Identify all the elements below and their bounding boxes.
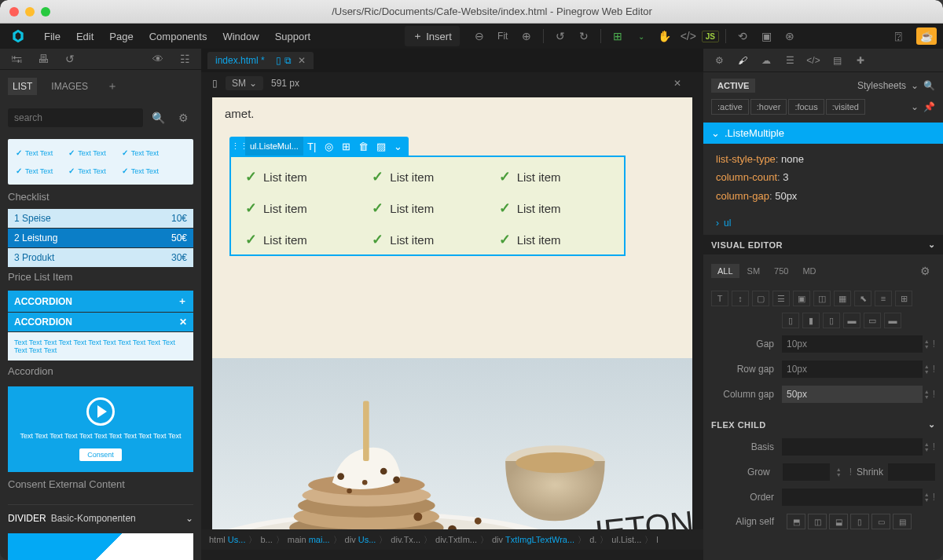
globe-icon[interactable]: ⊛ bbox=[780, 26, 800, 46]
warn-icon[interactable]: ! bbox=[933, 339, 935, 350]
accordion-thumbnail[interactable]: ACCORDION＋ ACCORDION✕ Text Text Text Tex… bbox=[8, 291, 193, 361]
a2-icon[interactable]: ▮ bbox=[802, 313, 820, 328]
state-focus[interactable]: :focus bbox=[788, 99, 824, 115]
text-edit-icon[interactable]: T| bbox=[303, 137, 321, 156]
bc-item[interactable]: div TxtImgLTextWra... bbox=[492, 535, 574, 544]
a1-icon[interactable]: ▯ bbox=[782, 313, 799, 328]
layout-tab-icon[interactable]: ▤ bbox=[829, 55, 845, 66]
align-start-icon[interactable]: ⬒ bbox=[787, 514, 805, 529]
cloud-tab-icon[interactable]: ☁ bbox=[758, 55, 774, 66]
panel-icon[interactable]: ☷ bbox=[174, 49, 195, 69]
print-icon[interactable]: 🖶 bbox=[33, 49, 53, 69]
list-item[interactable]: ✓List item bbox=[372, 168, 483, 185]
bg-icon[interactable]: ▦ bbox=[834, 291, 851, 306]
rowgap-input[interactable] bbox=[782, 361, 923, 378]
state-visited[interactable]: :visited bbox=[826, 99, 865, 115]
list-item[interactable]: ✓List item bbox=[372, 199, 483, 217]
menu-file[interactable]: File bbox=[38, 27, 67, 46]
close-canvas-icon[interactable]: ✕ bbox=[673, 78, 681, 89]
breakpoint-selector[interactable]: SM ⌄ bbox=[226, 76, 263, 90]
more-chevron-icon[interactable]: ⌄ bbox=[390, 137, 407, 156]
a3-icon[interactable]: ▯ bbox=[823, 313, 840, 328]
grid-chevron-icon[interactable]: ⌄ bbox=[631, 26, 651, 46]
maximize-window[interactable] bbox=[41, 7, 50, 16]
stylesheets-dropdown[interactable]: Stylesheets⌄ 🔍 bbox=[857, 80, 935, 91]
minimize-window[interactable] bbox=[25, 7, 35, 16]
chevron-down-icon[interactable]: ⌄ bbox=[911, 101, 919, 112]
canvas-frame[interactable]: amet. ⋮⋮ ul.ListeMul... T| ◎ ⊞ 🗑 ▨ ⌄ ✓Li… bbox=[212, 97, 692, 529]
grid-edit-icon[interactable]: ⊞ bbox=[338, 137, 355, 156]
bc-item[interactable]: div.TxtIm... bbox=[435, 535, 477, 544]
bp-750[interactable]: 750 bbox=[768, 264, 794, 278]
collapse-icon[interactable]: ⌄ bbox=[928, 240, 936, 250]
bc-item[interactable]: d. bbox=[589, 535, 596, 544]
list-item[interactable]: ✓List item bbox=[499, 231, 610, 248]
align-end-icon[interactable]: ⬓ bbox=[829, 514, 848, 529]
brush-tab-icon[interactable]: 🖌 bbox=[735, 55, 750, 66]
menu-page[interactable]: Page bbox=[103, 27, 139, 46]
position-icon[interactable]: ⬉ bbox=[854, 291, 871, 306]
options-icon[interactable]: ⚙ bbox=[915, 261, 935, 281]
refresh-icon[interactable]: ⟲ bbox=[732, 26, 753, 46]
divider-header[interactable]: DIVIDER Basic-Komponenten ⌄ bbox=[8, 504, 193, 530]
basis-input[interactable] bbox=[782, 438, 923, 456]
bp-sm[interactable]: SM bbox=[741, 264, 767, 278]
state-hover[interactable]: :hover bbox=[750, 99, 787, 115]
sliders-tab-icon[interactable]: ⚙ bbox=[711, 55, 727, 66]
close-tab-icon[interactable]: ✕ bbox=[298, 55, 306, 66]
grow-input[interactable] bbox=[783, 463, 830, 481]
list-item[interactable]: ✓List item bbox=[245, 199, 356, 217]
border-icon[interactable]: ▢ bbox=[752, 291, 769, 306]
css-rule-header[interactable]: ⌄ .ListeMultiple bbox=[703, 123, 943, 144]
bc-item[interactable]: div Us... bbox=[345, 535, 376, 544]
hatch-icon[interactable]: ▨ bbox=[372, 137, 390, 156]
sliders-icon[interactable]: ⚙ bbox=[173, 108, 193, 128]
warn-icon[interactable]: ! bbox=[933, 364, 935, 375]
delete-icon[interactable]: 🗑 bbox=[355, 137, 372, 156]
preview-icon[interactable]: ▣ bbox=[756, 26, 776, 46]
zoom-out-icon[interactable]: ⊖ bbox=[469, 26, 490, 46]
fit-button[interactable]: Fit bbox=[493, 26, 513, 46]
css-rule-props[interactable]: list-style-type: none column-count: 3 co… bbox=[703, 144, 943, 211]
visual-editor-header[interactable]: VISUAL EDITOR ⌄ bbox=[703, 235, 943, 254]
bc-item[interactable]: ul.List... bbox=[611, 535, 641, 544]
code-tab-icon[interactable]: </> bbox=[805, 55, 821, 66]
transform-icon[interactable]: ◫ bbox=[813, 291, 831, 306]
coffee-icon[interactable]: ☕ bbox=[916, 27, 937, 45]
close-window[interactable] bbox=[9, 7, 19, 16]
code-icon[interactable]: </> bbox=[678, 26, 699, 46]
typography-icon[interactable]: T bbox=[711, 291, 728, 306]
hand-icon[interactable]: ✋ bbox=[655, 26, 675, 46]
bc-item[interactable]: div.Tx... bbox=[391, 535, 420, 544]
list-item[interactable]: ✓List item bbox=[372, 231, 483, 248]
target-icon[interactable]: ◎ bbox=[321, 137, 338, 156]
order-input[interactable] bbox=[782, 489, 923, 506]
checklist-thumbnail[interactable]: Text Text Text Text Text Text Text Text … bbox=[8, 139, 193, 185]
js-badge[interactable]: JS bbox=[702, 31, 719, 42]
pin-icon[interactable]: 📌 bbox=[923, 101, 935, 112]
shrink-input[interactable] bbox=[888, 463, 935, 481]
add-tab-icon[interactable]: ＋ bbox=[102, 76, 123, 97]
colgap-input[interactable] bbox=[782, 386, 923, 403]
list-tab-icon[interactable]: ☰ bbox=[782, 55, 798, 66]
menu-edit[interactable]: Edit bbox=[70, 27, 100, 46]
align-baseline-icon[interactable]: ▭ bbox=[871, 514, 890, 529]
bc-item[interactable]: main mai... bbox=[288, 535, 330, 544]
device-small-icon[interactable]: ▯ bbox=[212, 78, 218, 89]
selected-element-name[interactable]: ul.ListeMul... bbox=[245, 137, 303, 156]
zoom-in-icon[interactable]: ⊕ bbox=[516, 26, 537, 46]
menu-components[interactable]: Components bbox=[143, 27, 214, 46]
text-node[interactable]: amet. bbox=[225, 107, 680, 120]
layout-icon[interactable]: ☰ bbox=[772, 291, 790, 306]
list-item[interactable]: ✓List item bbox=[245, 168, 356, 185]
panel-toggle-icon[interactable]: ⭾ bbox=[6, 49, 27, 69]
bc-item[interactable]: html Us... bbox=[209, 535, 245, 544]
selected-list-element[interactable]: ✓List item ✓List item ✓List item ✓List i… bbox=[229, 156, 626, 256]
flex-icon[interactable]: ≡ bbox=[875, 291, 892, 306]
list-item[interactable]: ✓List item bbox=[245, 231, 356, 248]
search-rules-icon[interactable]: 🔍 bbox=[923, 80, 935, 91]
align-auto-icon[interactable]: ▤ bbox=[893, 514, 912, 529]
drag-handle-icon[interactable]: ⋮⋮ bbox=[231, 141, 245, 152]
bc-item[interactable]: l bbox=[656, 535, 658, 544]
search-input[interactable] bbox=[8, 108, 143, 127]
